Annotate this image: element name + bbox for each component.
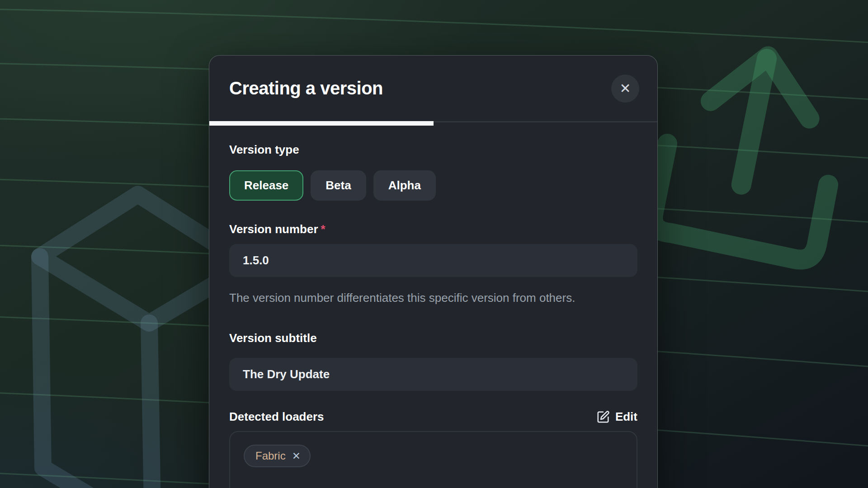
loader-chip-label: Fabric <box>255 450 286 462</box>
close-button[interactable]: ✕ <box>611 75 639 103</box>
version-subtitle-input[interactable] <box>229 358 637 391</box>
version-type-label: Version type <box>229 143 637 157</box>
x-remove-icon: ✕ <box>292 450 301 462</box>
edit-icon <box>596 410 610 424</box>
modal-body: Version type Release Beta Alpha Version … <box>209 126 657 488</box>
detected-loaders-box: Fabric ✕ <box>229 431 637 488</box>
version-type-pills: Release Beta Alpha <box>229 170 637 201</box>
progress-bar <box>209 121 657 126</box>
version-number-field: Version number* The version number diffe… <box>229 222 637 308</box>
loader-chip-remove-button[interactable]: ✕ <box>292 450 301 462</box>
loader-chip-fabric: Fabric ✕ <box>244 445 311 467</box>
modal-header: Creating a version ✕ <box>209 56 657 121</box>
version-number-label: Version number* <box>229 222 637 236</box>
version-number-input[interactable] <box>229 244 637 277</box>
progress-fill <box>209 121 434 126</box>
create-version-modal: Creating a version ✕ Version type Releas… <box>209 55 658 488</box>
version-type-field: Version type Release Beta Alpha <box>229 143 637 201</box>
version-number-help-text: The version number differentiates this s… <box>229 288 611 308</box>
edit-label: Edit <box>615 410 637 424</box>
upload-arrow-icon <box>650 42 846 263</box>
edit-loaders-button[interactable]: Edit <box>596 410 637 424</box>
version-type-release-button[interactable]: Release <box>229 170 303 201</box>
detected-loaders-field: Detected loaders Edit Fabric ✕ <box>229 410 637 488</box>
close-icon: ✕ <box>619 75 631 103</box>
detected-loaders-row: Detected loaders Edit <box>229 410 637 424</box>
version-type-beta-button[interactable]: Beta <box>311 170 366 201</box>
modal-title: Creating a version <box>229 78 383 99</box>
version-type-alpha-button[interactable]: Alpha <box>373 170 436 201</box>
required-asterisk: * <box>321 222 326 236</box>
version-subtitle-label: Version subtitle <box>229 331 637 345</box>
page: { "modal": { "title": "Creating a versio… <box>0 0 868 488</box>
version-subtitle-field: Version subtitle <box>229 331 637 391</box>
detected-loaders-label: Detected loaders <box>229 410 324 424</box>
